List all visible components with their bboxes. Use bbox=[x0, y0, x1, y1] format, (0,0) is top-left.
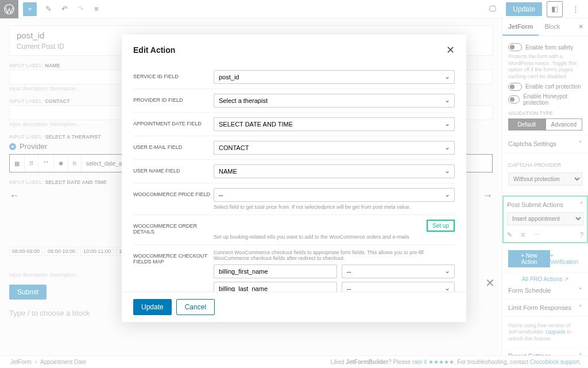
price-hint: Select field to get total price from. If… bbox=[214, 204, 455, 210]
order-details-hint: Set up booking-related info you want to … bbox=[214, 234, 455, 240]
checkout-hint: Connect WooCommerce checkout fields to a… bbox=[214, 250, 455, 261]
username-field-label: USER NAME FIELD bbox=[133, 164, 214, 174]
service-field-label: SERVICE ID FIELD bbox=[133, 70, 214, 79]
modal-title: Edit Action bbox=[133, 45, 175, 55]
email-field-select[interactable]: CONTACT bbox=[214, 141, 455, 155]
date-field-select[interactable]: SELECT DATE AND TIME bbox=[214, 117, 455, 131]
date-field-label: APPOINTMENT DATE FIELD bbox=[133, 117, 214, 126]
map-value-select[interactable]: -- bbox=[342, 282, 455, 292]
edit-action-modal: Edit Action ✕ SERVICE ID FIELD post_id P… bbox=[122, 34, 466, 322]
checkout-map-label: WOOCOMMERCE CHECKOUT FIELDS MAP bbox=[133, 250, 214, 264]
provider-field-label: PROVIDER ID FIELD bbox=[133, 94, 214, 103]
order-details-label: WOOCOMMERCE ORDER DETAILS bbox=[133, 220, 214, 235]
service-field-select[interactable]: post_id bbox=[214, 70, 455, 84]
price-field-label: WOOCOMMERCE PRICE FIELD bbox=[133, 188, 214, 197]
username-field-select[interactable]: NAME bbox=[214, 164, 455, 178]
map-value-select[interactable]: -- bbox=[342, 264, 455, 278]
map-key-input[interactable] bbox=[214, 264, 337, 278]
modal-cancel-button[interactable]: Cancel bbox=[176, 299, 215, 315]
provider-field-select[interactable]: Select a therapist bbox=[214, 94, 455, 108]
price-field-select[interactable]: -- bbox=[214, 188, 455, 202]
setup-button[interactable]: Set up bbox=[427, 220, 455, 232]
modal-close-icon[interactable]: ✕ bbox=[446, 44, 455, 56]
email-field-label: USER E-MAIL FIELD bbox=[133, 141, 214, 150]
modal-update-button[interactable]: Update bbox=[133, 299, 172, 315]
map-key-input[interactable] bbox=[214, 282, 337, 292]
